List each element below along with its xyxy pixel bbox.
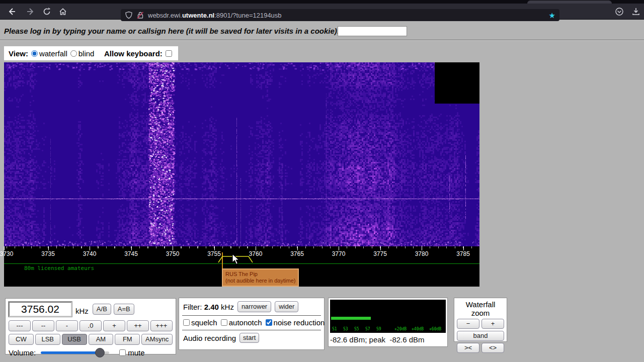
squelch-checkbox[interactable] <box>183 319 190 326</box>
tick-mark <box>339 246 339 250</box>
minor-ticks <box>4 246 472 248</box>
squelch-toggle[interactable]: squelch <box>183 318 217 327</box>
noise-reduction-checkbox[interactable] <box>266 319 272 326</box>
autonotch-toggle[interactable]: autonotch <box>221 318 262 327</box>
mode-usb-button[interactable]: USB <box>62 334 87 345</box>
back-button[interactable] <box>7 7 16 16</box>
waterfall-display[interactable] <box>4 62 479 246</box>
url-text: websdr.ewi.utwente.nl:8901/?tune=12194us… <box>148 12 545 19</box>
signal-meter-panel: S1 S3 S5 S7 S9 +20dB +40dB +60dB -82.6 d… <box>328 298 448 347</box>
filter-label: Filter: <box>183 303 202 311</box>
browser-tab-strip <box>0 0 644 4</box>
tuning-panel: kHz A/B A=B --- -- - .0 + ++ +++ CW LSB … <box>5 298 176 354</box>
wider-button[interactable]: wider <box>275 301 298 312</box>
tick-label: 3750 <box>166 250 180 257</box>
mode-lsb-button[interactable]: LSB <box>35 334 60 345</box>
waterfall-container: 3730 3735 3740 3745 3750 3755 3760 3765 … <box>4 62 479 287</box>
audio-recording-label: Audio recording <box>183 334 236 342</box>
browser-toolbar: websdr.ewi.utwente.nl:8901/?tune=12194us… <box>0 4 644 20</box>
waterfall-radio[interactable] <box>31 50 38 57</box>
ab-toggle-button[interactable]: A/B <box>93 304 111 315</box>
tick-label: 3745 <box>124 250 138 257</box>
keyboard-label: Allow keyboard: <box>104 49 163 58</box>
shield-icon[interactable] <box>125 11 133 19</box>
step-down-medium-button[interactable]: -- <box>32 320 54 331</box>
filter-panel: Filter: 2.40 kHz narrower wider squelch … <box>179 298 325 350</box>
tick-mark <box>48 246 49 250</box>
download-icon[interactable] <box>631 7 640 16</box>
filter-value: 2.40 <box>204 303 219 311</box>
mode-am-button[interactable]: AM <box>89 334 114 345</box>
frequency-scale[interactable]: 3730 3735 3740 3745 3750 3755 3760 3765 … <box>4 246 479 287</box>
autonotch-checkbox[interactable] <box>221 319 227 326</box>
step-down-large-button[interactable]: --- <box>9 320 31 331</box>
tick-label: 3740 <box>83 250 97 257</box>
address-bar[interactable]: websdr.ewi.utwente.nl:8901/?tune=12194us… <box>121 9 559 21</box>
tick-label: 3770 <box>332 250 346 257</box>
tick-mark <box>422 246 422 250</box>
zoom-band-button[interactable]: band <box>457 331 504 341</box>
s-meter-label: +40dB <box>412 327 424 331</box>
bookmark-star-icon[interactable]: ★ <box>549 12 555 19</box>
zoom-widen-button[interactable]: <> <box>481 343 504 353</box>
narrower-button[interactable]: narrower <box>237 301 271 312</box>
blind-radio[interactable] <box>70 50 77 57</box>
tick-label: 3735 <box>41 250 55 257</box>
zoom-in-button[interactable]: + <box>481 319 504 329</box>
divider <box>0 40 644 41</box>
view-selector: View: waterfall blind <box>4 46 102 60</box>
divider <box>182 315 321 316</box>
view-label: View: <box>9 49 28 58</box>
waterfall-zoom-panel: Waterfall zoom − + band >< <> <box>454 298 507 342</box>
tooltip-line1: RUS The Pip <box>225 271 295 278</box>
mode-fm-button[interactable]: FM <box>115 334 140 345</box>
dbm-reading: -82.6 dBm; peak -82.6 dBm <box>330 335 446 344</box>
mode-amsync-button[interactable]: AMsync <box>141 334 173 345</box>
step-up-small-button[interactable]: + <box>103 320 125 331</box>
divider <box>182 330 321 330</box>
pocket-icon[interactable] <box>615 7 624 16</box>
tick-mark <box>297 246 298 250</box>
mode-cw-button[interactable]: CW <box>9 334 34 345</box>
round-frequency-button[interactable]: .0 <box>79 320 102 331</box>
step-down-small-button[interactable]: - <box>56 320 78 331</box>
noise-reduction-toggle[interactable]: noise reduction <box>266 318 325 327</box>
forward-button[interactable] <box>26 7 35 16</box>
login-row: Please log in by typing your name or cal… <box>4 25 640 37</box>
s-meter-label: S9 <box>376 327 381 331</box>
mute-checkbox[interactable] <box>119 349 126 356</box>
zoom-narrow-button[interactable]: >< <box>457 343 479 353</box>
callsign-input[interactable] <box>338 26 407 36</box>
signal-strength-bar <box>331 317 371 320</box>
keyboard-selector: Allow keyboard: <box>100 46 178 60</box>
volume-slider[interactable] <box>41 351 109 354</box>
ab-copy-button[interactable]: A=B <box>114 304 134 315</box>
record-start-button[interactable]: start <box>239 333 259 343</box>
tick-mark <box>256 246 256 250</box>
frequency-input[interactable] <box>9 302 72 317</box>
home-button[interactable] <box>58 7 67 16</box>
s-meter-label: S5 <box>354 327 359 331</box>
reload-button[interactable] <box>42 7 51 16</box>
step-up-large-button[interactable]: +++ <box>150 320 173 331</box>
station-tooltip: RUS The Pip (not audible here in daytime… <box>222 268 299 287</box>
tick-mark <box>380 246 381 250</box>
view-option-waterfall[interactable]: waterfall <box>31 49 67 58</box>
tick-mark <box>214 246 215 250</box>
view-option-blind[interactable]: blind <box>70 49 95 58</box>
tick-mark <box>4 246 5 250</box>
mute-toggle[interactable]: mute <box>119 348 144 357</box>
band-segment-line <box>4 263 479 264</box>
frequency-unit: kHz <box>75 307 89 315</box>
step-up-medium-button[interactable]: ++ <box>127 320 149 331</box>
zoom-out-button[interactable]: − <box>457 319 479 329</box>
s-meter-label: +20dB <box>394 327 407 331</box>
page: websdr.ewi.utwente.nl:8901/?tune=12194us… <box>0 0 644 362</box>
insecure-lock-icon[interactable] <box>136 11 144 19</box>
tick-mark <box>173 246 173 250</box>
login-prompt: Please log in by typing your name or cal… <box>4 27 340 35</box>
tick-label: 3755 <box>207 250 221 257</box>
s-meter-label: S7 <box>365 327 370 331</box>
allow-keyboard-checkbox[interactable] <box>166 50 172 57</box>
s-meter-label: S3 <box>343 327 348 331</box>
